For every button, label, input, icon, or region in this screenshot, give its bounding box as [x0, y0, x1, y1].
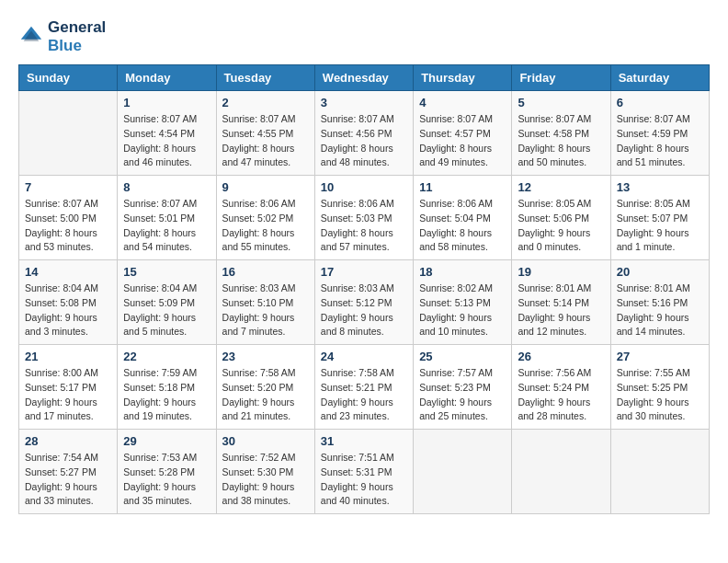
day-info: Sunrise: 8:01 AMSunset: 5:14 PMDaylight:…: [518, 282, 604, 339]
day-info: Sunrise: 7:59 AMSunset: 5:18 PMDaylight:…: [123, 366, 210, 424]
calendar-cell: [414, 430, 512, 514]
weekday-header-friday: Friday: [512, 65, 610, 91]
day-info: Sunrise: 8:03 AMSunset: 5:10 PMDaylight:…: [222, 282, 309, 339]
calendar-cell: 28Sunrise: 7:54 AMSunset: 5:27 PMDayligh…: [19, 430, 118, 514]
calendar-week-row: 7Sunrise: 8:07 AMSunset: 5:00 PMDaylight…: [19, 176, 710, 260]
day-info: Sunrise: 8:07 AMSunset: 4:54 PMDaylight:…: [123, 112, 210, 170]
calendar-cell: 23Sunrise: 7:58 AMSunset: 5:20 PMDayligh…: [216, 345, 314, 430]
day-info: Sunrise: 8:07 AMSunset: 4:57 PMDaylight:…: [419, 112, 506, 170]
calendar-cell: 9Sunrise: 8:06 AMSunset: 5:02 PMDaylight…: [216, 176, 314, 260]
day-number: 13: [617, 180, 703, 194]
weekday-header-saturday: Saturday: [610, 65, 709, 91]
day-info: Sunrise: 8:07 AMSunset: 4:59 PMDaylight:…: [617, 112, 703, 170]
day-number: 17: [321, 265, 407, 279]
day-number: 21: [25, 350, 111, 363]
day-number: 22: [123, 350, 210, 363]
day-info: Sunrise: 8:05 AMSunset: 5:07 PMDaylight:…: [617, 197, 703, 255]
day-info: Sunrise: 7:51 AMSunset: 5:31 PMDaylight:…: [321, 451, 407, 509]
calendar-cell: 15Sunrise: 8:04 AMSunset: 5:09 PMDayligh…: [118, 260, 216, 345]
calendar-table: SundayMondayTuesdayWednesdayThursdayFrid…: [18, 64, 710, 514]
day-number: 5: [518, 96, 604, 109]
calendar-cell: 8Sunrise: 8:07 AMSunset: 5:01 PMDaylight…: [118, 176, 216, 260]
calendar-cell: 16Sunrise: 8:03 AMSunset: 5:10 PMDayligh…: [216, 260, 314, 345]
calendar-cell: 24Sunrise: 7:58 AMSunset: 5:21 PMDayligh…: [314, 345, 413, 430]
day-info: Sunrise: 8:02 AMSunset: 5:13 PMDaylight:…: [419, 282, 506, 339]
day-number: 7: [25, 180, 111, 194]
day-number: 14: [25, 265, 111, 279]
calendar-cell: 30Sunrise: 7:52 AMSunset: 5:30 PMDayligh…: [216, 430, 314, 514]
day-info: Sunrise: 8:01 AMSunset: 5:16 PMDaylight:…: [617, 282, 703, 339]
day-number: 6: [617, 96, 703, 109]
day-number: 12: [518, 180, 604, 194]
calendar-cell: 31Sunrise: 7:51 AMSunset: 5:31 PMDayligh…: [314, 430, 413, 514]
day-number: 30: [222, 434, 309, 448]
day-info: Sunrise: 7:54 AMSunset: 5:27 PMDaylight:…: [25, 451, 111, 509]
day-info: Sunrise: 8:06 AMSunset: 5:04 PMDaylight:…: [419, 197, 506, 255]
weekday-header-tuesday: Tuesday: [216, 65, 314, 91]
day-number: 31: [321, 434, 407, 448]
day-number: 26: [518, 350, 604, 363]
day-number: 20: [617, 265, 703, 279]
calendar-cell: 2Sunrise: 8:07 AMSunset: 4:55 PMDaylight…: [216, 91, 314, 176]
calendar-cell: 25Sunrise: 7:57 AMSunset: 5:23 PMDayligh…: [414, 345, 512, 430]
day-info: Sunrise: 7:58 AMSunset: 5:20 PMDaylight:…: [222, 366, 309, 424]
calendar-cell: [19, 91, 118, 176]
calendar-cell: [610, 430, 709, 514]
day-info: Sunrise: 8:04 AMSunset: 5:08 PMDaylight:…: [25, 282, 111, 339]
calendar-body: 1Sunrise: 8:07 AMSunset: 4:54 PMDaylight…: [19, 91, 710, 514]
day-number: 16: [222, 265, 309, 279]
day-number: 29: [123, 434, 210, 448]
day-number: 1: [123, 96, 210, 109]
calendar-cell: 5Sunrise: 8:07 AMSunset: 4:58 PMDaylight…: [512, 91, 610, 176]
weekday-header-monday: Monday: [118, 65, 216, 91]
calendar-cell: 1Sunrise: 8:07 AMSunset: 4:54 PMDaylight…: [118, 91, 216, 176]
day-info: Sunrise: 8:07 AMSunset: 4:56 PMDaylight:…: [321, 112, 407, 170]
day-info: Sunrise: 7:52 AMSunset: 5:30 PMDaylight:…: [222, 451, 309, 509]
day-number: 9: [222, 180, 309, 194]
page-header: General Blue: [18, 18, 710, 55]
calendar-cell: 18Sunrise: 8:02 AMSunset: 5:13 PMDayligh…: [414, 260, 512, 345]
day-number: 23: [222, 350, 309, 363]
day-info: Sunrise: 8:07 AMSunset: 4:55 PMDaylight:…: [222, 112, 309, 170]
day-number: 18: [419, 265, 506, 279]
calendar-cell: 7Sunrise: 8:07 AMSunset: 5:00 PMDaylight…: [19, 176, 118, 260]
day-info: Sunrise: 7:56 AMSunset: 5:24 PMDaylight:…: [518, 366, 604, 424]
weekday-header-wednesday: Wednesday: [314, 65, 413, 91]
day-info: Sunrise: 7:55 AMSunset: 5:25 PMDaylight:…: [617, 366, 703, 424]
day-info: Sunrise: 7:53 AMSunset: 5:28 PMDaylight:…: [123, 451, 210, 509]
calendar-week-row: 14Sunrise: 8:04 AMSunset: 5:08 PMDayligh…: [19, 260, 710, 345]
calendar-cell: [512, 430, 610, 514]
logo-icon: [18, 24, 44, 50]
calendar-cell: 22Sunrise: 7:59 AMSunset: 5:18 PMDayligh…: [118, 345, 216, 430]
day-info: Sunrise: 8:06 AMSunset: 5:02 PMDaylight:…: [222, 197, 309, 255]
calendar-cell: 29Sunrise: 7:53 AMSunset: 5:28 PMDayligh…: [118, 430, 216, 514]
calendar-header-row: SundayMondayTuesdayWednesdayThursdayFrid…: [19, 65, 710, 91]
calendar-cell: 3Sunrise: 8:07 AMSunset: 4:56 PMDaylight…: [314, 91, 413, 176]
calendar-cell: 26Sunrise: 7:56 AMSunset: 5:24 PMDayligh…: [512, 345, 610, 430]
day-number: 28: [25, 434, 111, 448]
day-info: Sunrise: 8:05 AMSunset: 5:06 PMDaylight:…: [518, 197, 604, 255]
day-info: Sunrise: 8:07 AMSunset: 5:00 PMDaylight:…: [25, 197, 111, 255]
calendar-cell: 20Sunrise: 8:01 AMSunset: 5:16 PMDayligh…: [610, 260, 709, 345]
logo-text: General Blue: [48, 18, 106, 55]
day-info: Sunrise: 8:04 AMSunset: 5:09 PMDaylight:…: [123, 282, 210, 339]
calendar-cell: 12Sunrise: 8:05 AMSunset: 5:06 PMDayligh…: [512, 176, 610, 260]
calendar-cell: 27Sunrise: 7:55 AMSunset: 5:25 PMDayligh…: [610, 345, 709, 430]
day-info: Sunrise: 8:07 AMSunset: 4:58 PMDaylight:…: [518, 112, 604, 170]
day-info: Sunrise: 8:03 AMSunset: 5:12 PMDaylight:…: [321, 282, 407, 339]
calendar-cell: 13Sunrise: 8:05 AMSunset: 5:07 PMDayligh…: [610, 176, 709, 260]
calendar-cell: 19Sunrise: 8:01 AMSunset: 5:14 PMDayligh…: [512, 260, 610, 345]
calendar-week-row: 28Sunrise: 7:54 AMSunset: 5:27 PMDayligh…: [19, 430, 710, 514]
calendar-cell: 10Sunrise: 8:06 AMSunset: 5:03 PMDayligh…: [314, 176, 413, 260]
calendar-cell: 17Sunrise: 8:03 AMSunset: 5:12 PMDayligh…: [314, 260, 413, 345]
day-info: Sunrise: 8:07 AMSunset: 5:01 PMDaylight:…: [123, 197, 210, 255]
day-number: 3: [321, 96, 407, 109]
day-number: 8: [123, 180, 210, 194]
day-number: 2: [222, 96, 309, 109]
day-number: 27: [617, 350, 703, 363]
weekday-header-sunday: Sunday: [19, 65, 118, 91]
calendar-week-row: 1Sunrise: 8:07 AMSunset: 4:54 PMDaylight…: [19, 91, 710, 176]
weekday-header-thursday: Thursday: [414, 65, 512, 91]
day-number: 19: [518, 265, 604, 279]
day-info: Sunrise: 7:58 AMSunset: 5:21 PMDaylight:…: [321, 366, 407, 424]
